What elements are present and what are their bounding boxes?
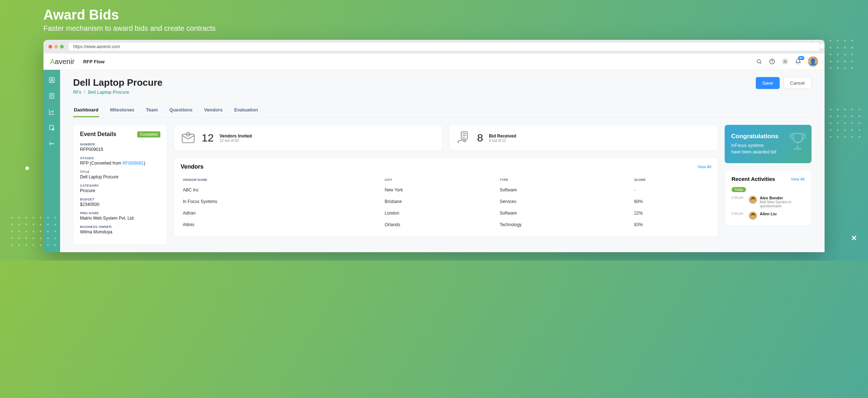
activity-item[interactable]: 5:32 pm 👨 Allen Liu <box>732 212 805 220</box>
chart-icon[interactable] <box>48 108 55 115</box>
col-type: TYPE <box>498 176 632 184</box>
vendors-table: VENDOR NAME CITY TYPE SCORE ABC IncNew Y… <box>181 175 711 231</box>
col-score: SCORE <box>633 176 711 184</box>
vendors-title: Vendors <box>181 164 203 170</box>
vendors-view-all-link[interactable]: View All <box>698 165 711 169</box>
recent-view-all-link[interactable]: View All <box>791 177 805 181</box>
owner-value: Wilma Mumduya <box>80 229 160 234</box>
user-avatar[interactable]: 👤 <box>808 56 818 67</box>
browser-bar: https://www.aavenir.com <box>43 40 825 54</box>
sidebar <box>43 70 60 252</box>
table-row[interactable]: AltinisOrlandoTechnology83% <box>181 219 711 230</box>
tab-questions[interactable]: Questions <box>169 103 193 117</box>
category-label: CATEGORY <box>80 184 160 187</box>
hero-subtitle: Faster mechanism to award bids and creat… <box>43 24 825 33</box>
hand-doc-icon <box>456 130 471 145</box>
recent-activities-card: Recent Activities View All Today 4:25 pm… <box>725 170 812 226</box>
page-title: Dell Laptop Procure <box>73 77 163 88</box>
svg-point-2 <box>784 61 786 62</box>
main-content: Dell Laptop Procure RFx / Dell Laptop Pr… <box>60 70 825 252</box>
document-icon[interactable] <box>48 92 55 100</box>
breadcrumb-leaf[interactable]: Dell Laptop Procure <box>88 90 129 95</box>
window-close-button[interactable] <box>49 45 52 48</box>
tab-team[interactable]: Team <box>145 103 159 117</box>
stages-value: RFP (Converted from RFI009081) <box>80 161 160 166</box>
congrats-card: Congratulations InFocus systemshave been… <box>725 125 812 163</box>
number-value: RFP009015 <box>80 147 160 152</box>
received-sub: 8 out of 12 <box>489 139 516 143</box>
window-minimize-button[interactable] <box>54 45 58 48</box>
search-icon[interactable] <box>756 58 762 65</box>
svg-point-8 <box>50 143 51 145</box>
table-row[interactable]: In Focus SystemsBrisbaneServices60% <box>181 196 711 207</box>
activity-avatar: 👨 <box>749 196 757 204</box>
tab-evaluation[interactable]: Evaluation <box>233 103 259 117</box>
app-header: Aavenir RFP Flow 9+ 👤 <box>43 54 825 70</box>
tabs: Dashboard Milestones Team Questions Vend… <box>73 103 812 118</box>
invited-count: 12 <box>202 132 214 144</box>
bell-icon[interactable]: 9+ <box>795 58 801 65</box>
gear-icon[interactable] <box>782 58 788 65</box>
notification-badge: 9+ <box>798 56 804 60</box>
col-name: VENDOR NAME <box>181 176 383 184</box>
window-maximize-button[interactable] <box>60 45 64 48</box>
status-badge: Completed <box>137 131 160 137</box>
received-title: Bid Received <box>489 134 516 139</box>
title-label: TITLE <box>80 170 160 174</box>
app-logo[interactable]: Aavenir <box>50 58 75 66</box>
browser-window: https://www.aavenir.com Aavenir RFP Flow… <box>43 40 825 252</box>
tab-dashboard[interactable]: Dashboard <box>73 103 99 117</box>
budget-label: BUDGET <box>80 198 160 201</box>
table-row[interactable]: AdtranLondonSoftware22% <box>181 208 711 219</box>
svg-point-4 <box>51 79 53 80</box>
congrats-line2: have been awarded bid <box>731 149 776 154</box>
breadcrumb-root[interactable]: RFx <box>73 90 81 95</box>
bid-received-card: 8 Bid Received8 out of 12 <box>449 125 718 151</box>
pmo-value: Matrix Web System Pvt. Ltd. <box>80 216 160 221</box>
settings-doc-icon[interactable] <box>48 124 55 131</box>
today-badge: Today <box>732 187 746 192</box>
vendors-card: Vendors View All VENDOR NAME CITY TYPE S… <box>174 157 718 237</box>
invited-title: Vendors Invited <box>219 134 252 139</box>
event-details-card: Event Details Completed NUMBERRFP009015 … <box>73 125 167 245</box>
col-city: CITY <box>383 176 498 184</box>
category-value: Procure <box>80 188 160 193</box>
breadcrumb: RFx / Dell Laptop Procure <box>73 90 163 95</box>
save-button[interactable]: Save <box>756 77 780 89</box>
table-row[interactable]: ABC IncNew YorkSoftware- <box>181 185 711 195</box>
rfi-link[interactable]: RFI009081 <box>122 161 144 166</box>
help-icon[interactable] <box>769 58 775 65</box>
stages-label: STAGES <box>80 156 160 160</box>
key-icon[interactable] <box>48 140 55 147</box>
svg-rect-9 <box>182 134 194 143</box>
event-details-title: Event Details <box>80 131 116 137</box>
owner-label: BUSINESS OWNER <box>80 225 160 229</box>
number-label: NUMBER <box>80 143 160 146</box>
app-name: RFP Flow <box>83 59 105 64</box>
url-bar[interactable]: https://www.aavenir.com <box>69 43 819 51</box>
invited-sub: 12 out of 50 <box>219 139 252 143</box>
tab-vendors[interactable]: Vendors <box>203 103 223 117</box>
title-value: Dell Laptop Procure <box>80 174 160 179</box>
tab-milestones[interactable]: Milestones <box>109 103 135 117</box>
congrats-line1: InFocus systems <box>731 143 764 148</box>
budget-value: $2340500 <box>80 202 160 207</box>
cancel-button[interactable]: Cancel <box>783 77 812 89</box>
contact-icon[interactable] <box>48 76 55 84</box>
svg-point-0 <box>757 60 760 63</box>
envelope-icon <box>181 130 196 145</box>
hero-title: Award Bids <box>43 7 825 23</box>
vendors-invited-card: 12 Vendors Invited12 out of 50 <box>174 125 443 151</box>
recent-title: Recent Activities <box>732 176 775 182</box>
pmo-label: PMO NAME <box>80 211 160 215</box>
activity-item[interactable]: 4:25 pm 👨 Alex BenderAdd New Section in … <box>732 196 805 208</box>
received-count: 8 <box>477 132 483 144</box>
activity-avatar: 👨 <box>749 212 757 220</box>
svg-rect-6 <box>50 125 54 130</box>
